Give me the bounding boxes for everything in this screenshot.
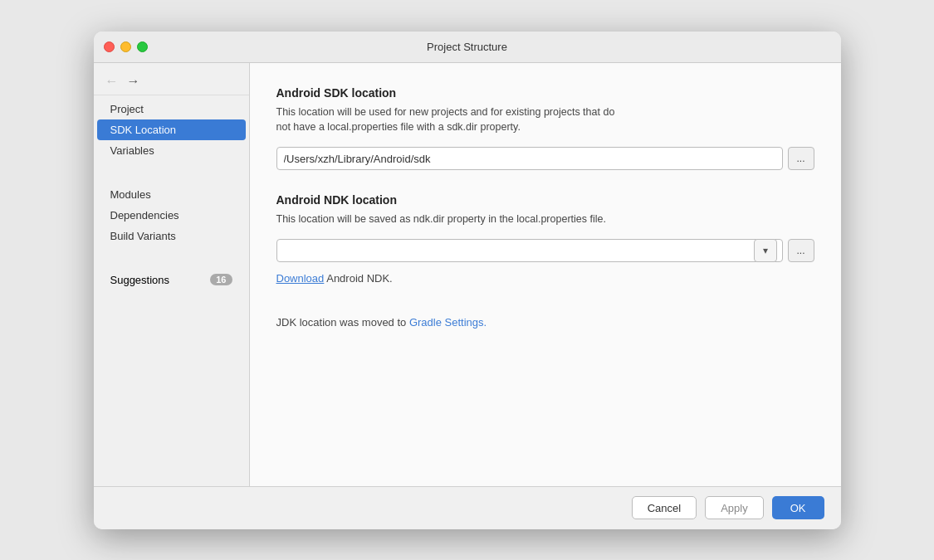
- project-structure-window: Project Structure ← → Project SDK Locati…: [94, 32, 841, 529]
- sidebar-section-2: Modules Dependencies Build Variants: [94, 184, 249, 246]
- footer: Cancel Apply OK: [94, 486, 841, 529]
- jdk-text: JDK location was moved to Gradle Setting…: [276, 316, 814, 329]
- nav-separator-1: [94, 174, 249, 184]
- ndk-path-container[interactable]: ▾: [276, 239, 783, 262]
- minimize-button[interactable]: [120, 41, 131, 52]
- sidebar-item-variables[interactable]: Variables: [97, 140, 246, 161]
- ok-button[interactable]: OK: [772, 496, 824, 519]
- nav-separator-2: [94, 260, 249, 270]
- ndk-description: This location will be saved as ndk.dir p…: [276, 212, 814, 227]
- download-text: Download Android NDK.: [276, 272, 814, 285]
- sdk-description: This location will be used for new proje…: [276, 105, 814, 136]
- sidebar-section-1: Project SDK Location Variables: [94, 99, 249, 161]
- title-bar: Project Structure: [94, 32, 841, 63]
- maximize-button[interactable]: [137, 41, 148, 52]
- sidebar-item-modules[interactable]: Modules: [97, 184, 246, 205]
- gradle-settings-link[interactable]: Gradle Settings.: [409, 316, 487, 329]
- ndk-browse-button[interactable]: ...: [788, 239, 814, 262]
- main-content: Android SDK location This location will …: [250, 63, 841, 486]
- traffic-lights: [104, 41, 148, 52]
- sidebar-item-dependencies[interactable]: Dependencies: [97, 205, 246, 226]
- back-button[interactable]: ←: [105, 75, 119, 88]
- ndk-dropdown-arrow[interactable]: ▾: [754, 239, 777, 262]
- sidebar-item-build-variants[interactable]: Build Variants: [97, 226, 246, 246]
- suggestions-badge: 16: [210, 274, 232, 285]
- cancel-button[interactable]: Cancel: [632, 496, 697, 519]
- sdk-browse-button[interactable]: ...: [788, 147, 814, 170]
- sidebar-item-project[interactable]: Project: [97, 99, 246, 119]
- forward-button[interactable]: →: [127, 75, 140, 88]
- close-button[interactable]: [104, 41, 115, 52]
- ndk-title: Android NDK location: [276, 193, 814, 207]
- sidebar: ← → Project SDK Location Variables Modul…: [94, 63, 250, 486]
- download-link[interactable]: Download: [276, 272, 325, 285]
- sidebar-item-sdk-location[interactable]: SDK Location: [97, 119, 246, 140]
- sdk-path-input[interactable]: [276, 147, 783, 170]
- window-title: Project Structure: [427, 41, 507, 53]
- ndk-input-row: ▾ ...: [276, 239, 814, 262]
- sdk-input-row: ...: [276, 147, 814, 170]
- apply-button[interactable]: Apply: [705, 496, 764, 519]
- sidebar-item-suggestions[interactable]: Suggestions 16: [97, 270, 246, 290]
- spacer: [276, 303, 814, 316]
- sdk-title: Android SDK location: [276, 86, 814, 100]
- nav-arrows: ← →: [94, 70, 249, 95]
- window-body: ← → Project SDK Location Variables Modul…: [94, 63, 841, 486]
